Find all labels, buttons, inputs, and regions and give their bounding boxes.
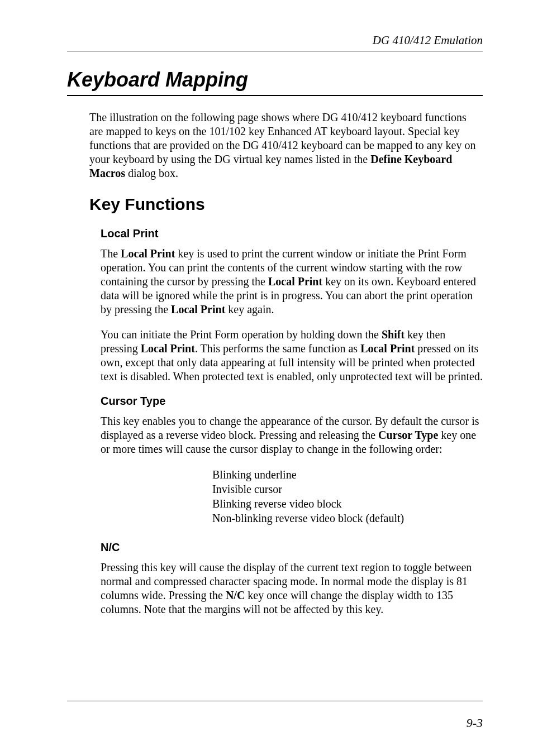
footer-rule	[67, 701, 483, 701]
heading-cursor-type: Cursor Type	[101, 395, 483, 408]
list-item: Blinking reverse video block	[212, 496, 483, 511]
header-rule	[67, 51, 483, 51]
bold-text: Local Print	[360, 342, 415, 355]
bold-text: N/C	[226, 589, 245, 601]
text: The	[101, 247, 121, 260]
bold-text: Local Print	[121, 247, 175, 260]
bold-text: Cursor Type	[378, 429, 438, 441]
page: DG 410/412 Emulation Keyboard Mapping Th…	[0, 0, 533, 756]
subsections: Local Print The Local Print key is used …	[89, 227, 483, 616]
list-item: Blinking underline	[212, 467, 483, 482]
running-header: DG 410/412 Emulation	[67, 34, 483, 47]
bold-text: Local Print	[268, 275, 322, 288]
heading-nc: N/C	[101, 541, 483, 554]
intro-paragraph: The illustration on the following page s…	[89, 111, 483, 180]
page-number: 9-3	[467, 716, 483, 730]
chapter-title: Keyboard Mapping	[67, 68, 483, 92]
bold-text: Local Print	[171, 303, 225, 315]
nc-p1: Pressing this key will cause the display…	[101, 561, 483, 616]
text: . This performs the same function as	[195, 342, 360, 355]
text: You can initiate the Print Form operatio…	[101, 328, 382, 341]
list-item: Non-blinking reverse video block (defaul…	[212, 511, 483, 525]
chapter-rule	[67, 95, 483, 96]
local-print-p2: You can initiate the Print Form operatio…	[101, 328, 483, 384]
heading-local-print: Local Print	[101, 227, 483, 240]
local-print-p1: The Local Print key is used to print the…	[101, 247, 483, 317]
content-block: The illustration on the following page s…	[67, 111, 483, 616]
bold-text: Local Print	[141, 342, 195, 355]
bold-text: Shift	[382, 328, 404, 341]
section-heading-key-functions: Key Functions	[89, 195, 483, 214]
cursor-type-list: Blinking underline Invisible cursor Blin…	[212, 467, 483, 525]
cursor-type-p1: This key enables you to change the appea…	[101, 414, 483, 456]
text: key again.	[225, 303, 274, 315]
text: dialog box.	[125, 167, 178, 179]
list-item: Invisible cursor	[212, 482, 483, 496]
